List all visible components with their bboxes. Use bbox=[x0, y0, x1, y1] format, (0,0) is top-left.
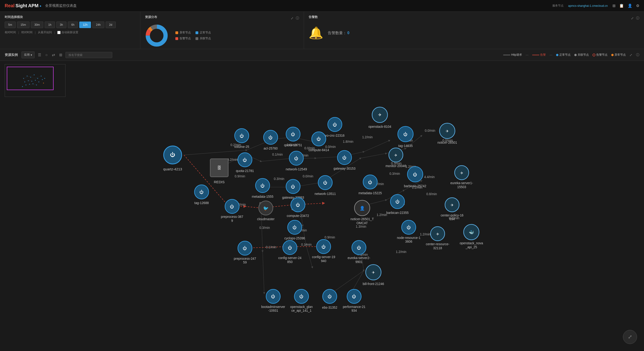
search-input[interactable] bbox=[66, 52, 112, 58]
node-bill-front[interactable]: ✈ bill-front-21246 bbox=[363, 265, 384, 286]
svg-text:934: 934 bbox=[352, 309, 357, 312]
node-gateway-27993[interactable]: ⏻ gateway-27993 bbox=[282, 179, 304, 199]
node-noticer-26501[interactable]: ✈ noticer-26501 bbox=[438, 123, 457, 144]
node-redis[interactable]: 🗄 REDIS bbox=[210, 159, 228, 184]
svg-text:quartz-4213: quartz-4213 bbox=[163, 167, 182, 171]
brand-dot[interactable]: ● bbox=[40, 4, 42, 8]
node-barbican-22355[interactable]: ⏻ barbican-22355 bbox=[386, 194, 409, 214]
list-view-btn[interactable]: ☰ bbox=[37, 52, 42, 58]
legend-normal-dot: 正常节点 bbox=[556, 53, 570, 57]
time-relative[interactable]: 相对时间 bbox=[5, 31, 16, 34]
time-6h[interactable]: 6h bbox=[68, 22, 78, 28]
svg-text:cloudmaster: cloudmaster bbox=[257, 217, 274, 221]
svg-text:noticer-26501_T: noticer-26501_T bbox=[350, 217, 374, 221]
alert-count-value: 0 bbox=[347, 31, 349, 35]
node-eureka-server2[interactable]: ⏻ eureka-server2- 9901 bbox=[348, 241, 370, 264]
graph-area[interactable]: 0.2/min 0.1/min 0.0/min 0.0/min 0.0/min … bbox=[0, 62, 644, 351]
node-bootadminserver[interactable]: ⏻ bootadminserver -10931 bbox=[261, 289, 285, 312]
alert-expand-btn[interactable]: ⤢ bbox=[631, 16, 634, 20]
node-center-policy[interactable]: ✈ center-policy-16 654 bbox=[440, 198, 464, 221]
node-tag-14635[interactable]: ⏻ tag-14635 bbox=[398, 126, 413, 148]
node-barbican-25742[interactable]: ⏻ barbican-25742 bbox=[404, 167, 426, 188]
node-quota-13751[interactable]: ⏻ quota-13751 bbox=[284, 127, 302, 147]
node-cloudmaster[interactable]: 🐦 cloudmaster bbox=[257, 201, 274, 221]
node-config-server-19940[interactable]: ⏻ config-server-19 940 bbox=[312, 239, 335, 262]
node-volume-25[interactable]: ⏻ volume-25 bbox=[234, 129, 249, 149]
svg-line-31 bbox=[184, 150, 246, 155]
node-config-server-24850[interactable]: ⏻ config-server-24 850 bbox=[278, 241, 302, 264]
shuffle-btn[interactable]: ⇄ bbox=[51, 52, 56, 58]
svg-line-45 bbox=[360, 153, 386, 158]
node-node-resource[interactable]: ⏻ node-resource-1 3606 bbox=[397, 220, 420, 243]
svg-text:⏻: ⏻ bbox=[299, 294, 304, 299]
svg-text:3606: 3606 bbox=[405, 240, 412, 243]
svg-text:openstack_nova: openstack_nova bbox=[460, 241, 483, 245]
node-preprocess-24759[interactable]: ⏻ preprocess-247 59 bbox=[234, 241, 256, 264]
node-openstack-glance[interactable]: ⏻ openstack_glan ce_api_141_1 bbox=[290, 289, 313, 312]
time-1h[interactable]: 1h bbox=[45, 22, 55, 28]
resource-expand-btn[interactable]: ⤢ bbox=[291, 16, 294, 20]
instances-title: 资源实例 bbox=[5, 53, 18, 57]
top-nav: RealSight APM ● 全景视图监控仪表盘 服务节点 apmcs-sha… bbox=[0, 0, 644, 12]
time-12h[interactable]: 12h bbox=[79, 22, 91, 28]
svg-text:cyclops-25396: cyclops-25396 bbox=[284, 237, 305, 240]
svg-text:vo-cnc-22316: vo-cnc-22316 bbox=[325, 134, 344, 137]
svg-text:⏻: ⏻ bbox=[322, 244, 326, 249]
svg-text:tag-12688: tag-12688 bbox=[194, 201, 209, 205]
monitor-icon[interactable]: ⊞ bbox=[612, 4, 616, 8]
time-3h[interactable]: 3h bbox=[56, 22, 66, 28]
node-vo-cnc[interactable]: ⏻ vo-cnc-22316 bbox=[325, 118, 344, 137]
node-gateway-30153[interactable]: ⏻ gateway-30153 bbox=[334, 150, 356, 170]
svg-text:4.4/min: 4.4/min bbox=[424, 175, 435, 179]
node-eureka-server1[interactable]: ✈ eureka-server1- 15503 bbox=[450, 166, 473, 189]
svg-text:1.2/min: 1.2/min bbox=[376, 213, 387, 217]
time-2d[interactable]: 2d bbox=[106, 22, 116, 28]
time-15m[interactable]: 15m bbox=[17, 22, 30, 28]
alert-panel-header: 告警数 ⤢ ⓘ bbox=[309, 15, 639, 22]
time-30m[interactable]: 30m bbox=[31, 22, 43, 28]
node-monitor-20046[interactable]: ✈ monitor-20046 bbox=[386, 148, 406, 168]
svg-text:👤: 👤 bbox=[360, 206, 365, 211]
alert-panel-actions: ⤢ ⓘ bbox=[631, 16, 639, 20]
instances-header: 资源实例 应用 ▾ ☰ ○ ⇄ ⊞ Http请求 bbox=[0, 49, 644, 61]
instances-expand-btn[interactable]: ⤢ bbox=[630, 53, 632, 57]
server-label: 服务节点 bbox=[552, 4, 564, 8]
instances-info-btn[interactable]: ⓘ bbox=[636, 53, 639, 57]
node-acl-25760[interactable]: ⏻ acl-25760 bbox=[264, 130, 278, 150]
circle-view-btn[interactable]: ○ bbox=[44, 52, 49, 58]
node-metadata-1555[interactable]: ⏻ metadata-1555 bbox=[252, 179, 274, 198]
node-openstack-8104[interactable]: ✈ openstack-8104 bbox=[368, 107, 391, 128]
top-panels: 时间选择模块 5m 15m 30m 1h 3h 6h 12h 24h 2d 相对… bbox=[0, 12, 644, 49]
node-network-13511[interactable]: ⏻ network-13511 bbox=[314, 176, 336, 195]
svg-text:0.2/min: 0.2/min bbox=[227, 158, 238, 161]
node-performance[interactable]: ⏻ performance-21 934 bbox=[343, 289, 366, 312]
time-5m[interactable]: 5m bbox=[5, 22, 16, 28]
time-from-start[interactable]: 从最开始到 bbox=[38, 31, 52, 34]
svg-text:volume-25: volume-25 bbox=[234, 145, 249, 149]
node-compute-23472[interactable]: ⏻ compute-23472 bbox=[287, 198, 309, 218]
grid-view-btn[interactable]: ⊞ bbox=[58, 52, 63, 58]
docs-icon[interactable]: 📋 bbox=[619, 4, 624, 8]
svg-point-5 bbox=[150, 29, 163, 42]
app-dropdown[interactable]: 应用 ▾ bbox=[22, 52, 34, 58]
main-graph-svg[interactable]: 0.2/min 0.1/min 0.0/min 0.0/min 0.0/min … bbox=[0, 62, 644, 351]
node-openstack-nova[interactable]: 🐳 openstack_nova _api_25 bbox=[460, 224, 483, 249]
time-24h[interactable]: 24h bbox=[92, 22, 104, 28]
auto-refresh-checkbox[interactable] bbox=[57, 31, 60, 34]
node-center-resource[interactable]: ✈ center-resource- 32118 bbox=[426, 227, 450, 250]
node-ebs-31352[interactable]: ⏻ ebs-31352 bbox=[322, 289, 338, 309]
resource-info-btn[interactable]: ⓘ bbox=[296, 16, 299, 20]
user-icon[interactable]: 👤 bbox=[628, 4, 632, 8]
settings-icon[interactable]: ⚙ bbox=[636, 4, 639, 8]
svg-text:9: 9 bbox=[231, 219, 233, 223]
svg-text:barbican-22355: barbican-22355 bbox=[386, 211, 409, 215]
alert-count-wrapper: 告警数量： 0 bbox=[328, 31, 349, 36]
time-absolute[interactable]: 绝对时间 bbox=[21, 31, 32, 34]
svg-text:✈: ✈ bbox=[372, 270, 375, 274]
node-quota-21781[interactable]: ⏻ quota-21781 bbox=[236, 153, 254, 173]
svg-text:⏻: ⏻ bbox=[413, 172, 417, 177]
node-quartz-4213[interactable]: ⏻ quartz-4213 bbox=[163, 146, 182, 171]
alert-info-btn[interactable]: ⓘ bbox=[636, 16, 639, 20]
share-button[interactable]: ⤢ bbox=[623, 330, 637, 344]
node-tag-12688[interactable]: ⏻ tag-12688 bbox=[194, 185, 209, 205]
